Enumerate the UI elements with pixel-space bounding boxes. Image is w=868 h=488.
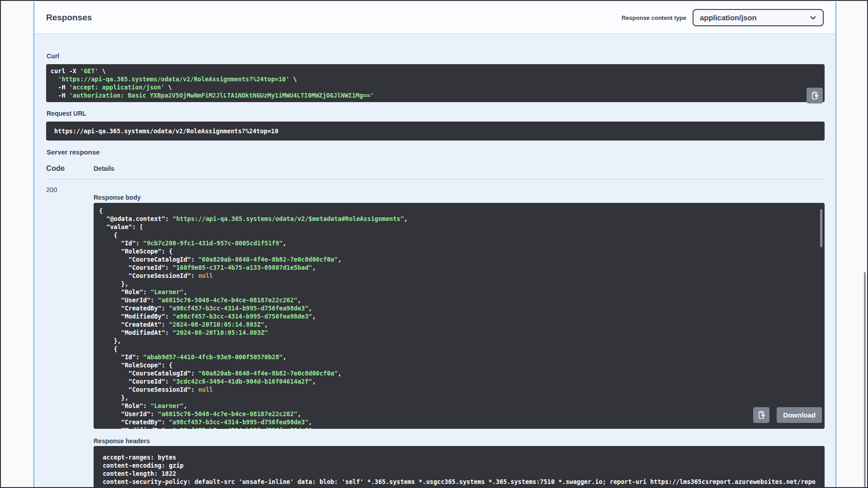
swagger-responses-page: { "responses_section": { "title": "Respo… (0, 0, 868, 488)
request-url-label: Request URL (47, 109, 825, 118)
details-column-header: Details (94, 165, 114, 172)
page-scrollbar[interactable] (864, 272, 866, 487)
response-content-type-value: application/json (700, 14, 757, 22)
response-body-actions: Download (753, 407, 822, 423)
request-url-value: https://api-qa.365.systems/odata/v2/Role… (54, 127, 278, 135)
response-content-type-select[interactable]: application/json (693, 9, 824, 26)
response-content-type-label: Response content type (622, 14, 686, 21)
curl-command-block: curl -X 'GET' \ 'https://api-qa.365.syst… (46, 64, 825, 102)
request-url-block: https://api-qa.365.systems/odata/v2/Role… (46, 122, 825, 141)
response-content-type-control: Response content type application/json (622, 9, 824, 26)
status-code: 200 (46, 186, 94, 488)
response-table-header: Code Details (46, 164, 825, 179)
server-response-label: Server response (47, 148, 825, 157)
response-details-cell: Response body { "@odata.context": "https… (94, 186, 825, 488)
clipboard-copy-icon (810, 91, 820, 100)
clipboard-copy-icon (757, 410, 766, 420)
copy-to-clipboard-button[interactable] (753, 407, 769, 423)
curl-copy-button[interactable] (807, 88, 823, 103)
response-body-scrollbar[interactable] (820, 209, 822, 247)
opblock-get-responses: Responses Response content type applicat… (33, 2, 836, 487)
chevron-down-icon (809, 14, 817, 22)
curl-label: Curl (47, 52, 825, 61)
responses-heading: Responses (46, 13, 92, 23)
responses-section-header: Responses Response content type applicat… (34, 2, 835, 33)
responses-body: Curl curl -X 'GET' \ 'https://api-qa.365… (34, 33, 835, 488)
response-row-200: 200 Response body { "@odata.context": "h… (46, 186, 825, 488)
code-column-header: Code (46, 164, 94, 173)
response-body-json: { "@odata.context": "https://api-qa.365.… (99, 206, 819, 429)
response-headers-label: Response headers (94, 436, 825, 446)
response-body-block: { "@odata.context": "https://api-qa.365.… (94, 203, 825, 429)
response-headers-block: accept-ranges: bytes content-encoding: g… (94, 446, 825, 488)
response-body-label: Response body (94, 193, 825, 202)
download-button[interactable]: Download (777, 407, 822, 423)
